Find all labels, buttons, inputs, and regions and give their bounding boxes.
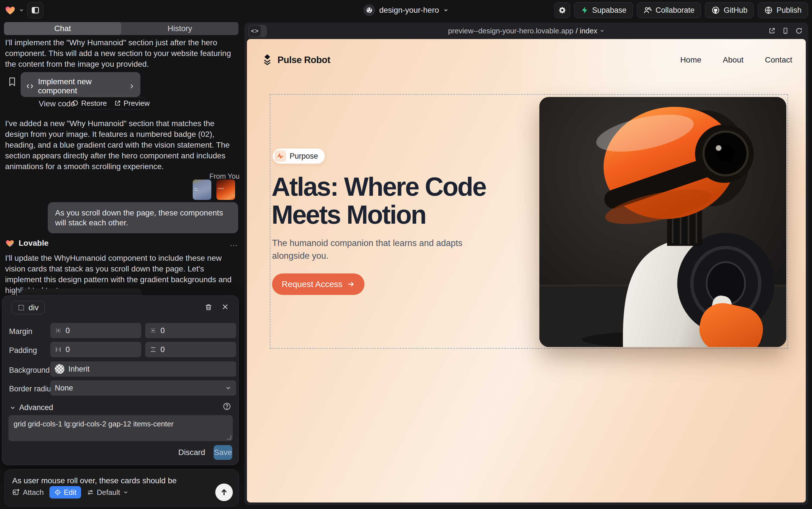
margin-label: Margin [9,327,33,336]
restore-preview-popover: Restore Preview [77,97,145,109]
selected-element-chip[interactable]: div [11,301,45,314]
github-icon [711,6,720,14]
background-input[interactable]: Inherit [50,362,236,377]
hero-subheading: The humanoid companion that learns and a… [272,237,476,262]
lovable-heart-icon [5,238,15,248]
padding-x-icon [55,346,62,353]
project-globe-icon [363,4,375,16]
preview-pane: <> preview--design-your-hero.lovable.app… [245,23,808,505]
classes-textarea[interactable]: grid grid-cols-1 lg:grid-cols-2 gap-12 i… [8,415,233,441]
delete-element-button[interactable] [205,303,213,311]
background-label: Background [9,366,50,375]
sliders-icon [87,489,94,496]
margin-x-icon [55,327,62,334]
trash-icon [205,303,213,311]
workspace-chevron-icon[interactable] [19,7,24,13]
resize-handle[interactable] [227,435,231,439]
discard-button[interactable]: Discard [178,448,205,457]
padding-label: Padding [9,346,37,355]
restore-icon [72,100,79,107]
assistant-message-2: I've added a new "Why Humanoid" section … [5,118,235,172]
assistant-name: Lovable [19,239,48,248]
site-canvas: Pulse Robot Home About Contact Purpose A… [247,39,806,503]
close-panel-button[interactable] [222,303,229,310]
external-link-icon [114,100,121,107]
chat-history-tabs: Chat History [4,22,238,35]
chat-composer[interactable]: As user mouse roll over, these cards sho… [4,469,239,506]
preview-button[interactable]: Preview [114,99,149,108]
nav-about[interactable]: About [723,56,743,65]
assistant-message-1: I'll implement the "Why Humanoid" sectio… [5,37,231,70]
nav-home[interactable]: Home [680,56,702,65]
target-icon [54,489,61,496]
margin-x-input[interactable]: 0 [50,323,141,338]
purpose-badge: Purpose [273,148,325,164]
attachment-thumbnail-1[interactable]: gridvision [193,179,211,200]
hero-robot-image [539,97,786,347]
margin-y-icon [150,327,156,334]
attachment-thumbnail-2[interactable]: squares [216,179,235,200]
supabase-icon [581,6,589,14]
component-change-title: Implement new component [38,77,124,95]
pulse-icon [274,150,286,162]
attach-button[interactable]: Attach [12,488,44,497]
padding-y-icon [150,346,156,353]
request-access-button[interactable]: Request Access [272,273,365,295]
lovable-logo-icon[interactable] [4,4,16,16]
site-logo[interactable]: Pulse Robot [262,54,330,66]
refresh-icon[interactable] [795,27,803,34]
selection-outline: Purpose Atlas: Where Code Meets Motion T… [270,94,788,349]
nav-contact[interactable]: Contact [765,56,792,65]
preview-url[interactable]: preview--design-your-hero.lovable.app / … [245,23,808,39]
collaborate-icon [643,6,652,14]
github-button[interactable]: GitHub [705,2,754,18]
chevron-right-icon [128,83,135,90]
arrow-right-icon [347,280,355,288]
tab-chat[interactable]: Chat [4,22,121,35]
mobile-view-icon[interactable] [782,27,789,34]
app-topbar: design-your-hero Supabase Collaborate [0,0,812,20]
save-button[interactable]: Save [214,445,232,460]
chevron-down-icon [10,405,16,411]
supabase-button[interactable]: Supabase [574,2,633,18]
padding-x-input[interactable]: 0 [50,342,141,357]
background-swatch [55,364,65,374]
mode-select[interactable]: Default [87,488,128,497]
project-name: design-your-hero [379,6,439,15]
gear-icon [558,6,566,14]
project-switcher[interactable]: design-your-hero [363,0,449,20]
margin-y-input[interactable]: 0 [145,323,236,338]
border-radius-select[interactable]: None [50,380,236,396]
arrow-up-icon [220,488,228,497]
restore-button[interactable]: Restore [72,99,107,108]
advanced-help-icon[interactable] [223,402,231,411]
chevron-down-icon [123,489,128,495]
dashed-box-icon [17,304,25,311]
element-inspector-panel: div Margin 0 0 Padding 0 0 Background In… [2,296,239,465]
close-icon [222,303,229,310]
attach-image-icon [12,488,20,496]
project-chevron-icon [443,7,449,13]
chevron-down-icon [225,384,232,392]
preview-toolbar: <> preview--design-your-hero.lovable.app… [245,23,808,39]
hero-heading: Atlas: Where Code Meets Motion [271,173,506,229]
send-button[interactable] [215,483,233,501]
collaborate-button[interactable]: Collaborate [637,2,701,18]
user-message-bubble: As you scroll down the page, these compo… [48,202,238,233]
code-icon [26,82,33,90]
edit-mode-pill[interactable]: Edit [49,486,81,499]
publish-button[interactable]: Publish [758,2,808,18]
chevron-down-icon [599,28,604,33]
open-in-new-tab-icon[interactable] [768,27,776,34]
advanced-section-toggle[interactable]: Advanced [10,403,53,412]
tab-history[interactable]: History [121,22,238,35]
from-you-label: From You [0,172,239,180]
message-options-icon[interactable]: … [229,238,238,248]
component-change-card[interactable]: Implement new component View code [21,72,140,97]
layers-diamond-icon [262,54,273,66]
padding-y-input[interactable]: 0 [145,342,236,357]
settings-button[interactable] [554,2,570,18]
sidebar-toggle-button[interactable] [27,2,43,19]
bookmark-icon[interactable] [8,77,16,87]
publish-globe-icon [764,6,773,14]
